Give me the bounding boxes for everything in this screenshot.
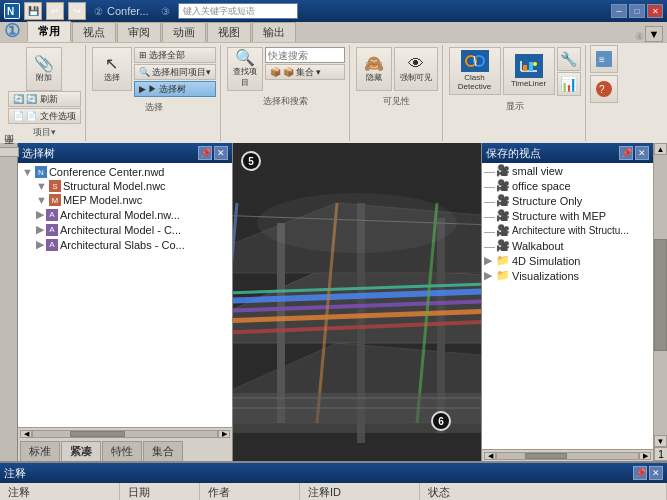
view-item-6[interactable]: ▶ 📁 4D Simulation [482,253,653,268]
clash-detective-btn[interactable]: ClashDetective [449,47,501,95]
tree-label-3: Architectural Model.nw... [60,209,180,221]
search-placeholder: 键入关键字或短语 [183,5,255,18]
right-close-btn[interactable]: ✕ [635,146,649,160]
search-area: 📦 📦 集合 ▾ [265,47,345,80]
quick-save-btn[interactable]: 💾 [24,2,42,20]
tree-scrollbar-h[interactable]: ◀ ▶ [18,427,232,439]
viewport: 5 6 [233,143,481,461]
left-panel: 选择树 📌 ✕ ▼ N Conference Center.nwd ▼ S St… [18,143,233,461]
bottom-panel: 注释 📌 ✕ 注释 日期 作者 注释ID 状态 [0,461,667,500]
nwc-icon-1: S [49,180,61,192]
tree-label-0: Conference Center.nwd [49,166,165,178]
bottom-close-btn[interactable]: ✕ [649,466,663,480]
attach-icon: 📎 [34,56,54,72]
scrollbar-thumb[interactable] [70,431,125,437]
panel-pin-btn[interactable]: 📌 [198,146,212,160]
required-visible-btn[interactable]: 👁 强制可见 [394,47,438,91]
quick-undo-btn[interactable]: ↩ [46,2,64,20]
select-tree-btn[interactable]: ▶ ▶ 选择树 [134,81,216,97]
tree-item-2[interactable]: ▼ M MEP Model.nwc [20,193,230,207]
hide-btn[interactable]: 🙈 隐藏 [356,47,392,91]
tree-expand-4: ▶ [36,223,44,236]
right-scroll-left[interactable]: ◀ [484,452,496,460]
set-btn[interactable]: 📦 📦 集合 ▾ [265,64,345,80]
extra-tool-1[interactable]: ≡ [590,45,618,73]
maximize-btn[interactable]: □ [629,4,645,18]
ribbon-group-find: 🔍 查找项目 📦 📦 集合 ▾ 选择和搜索 [223,45,350,141]
panel-title: 选择树 [22,146,55,161]
sv-thumb[interactable] [654,239,667,351]
select-same-btn[interactable]: 🔍 选择相同项目▾ [134,64,216,80]
svg-point-39 [257,193,457,253]
tool-btn-1[interactable]: 🔧 [557,47,581,71]
ribbon-tabs: ① 常用 视点 审阅 动画 视图 输出 ④ ▼ [0,22,667,42]
tab-properties[interactable]: 特性 [102,441,142,461]
svg-text:≡: ≡ [599,54,605,65]
scroll-left-btn[interactable]: ◀ [20,430,32,438]
minimize-btn[interactable]: ─ [611,4,627,18]
tree-item-0[interactable]: ▼ N Conference Center.nwd [20,165,230,179]
attach-btns: 📎 附加 [26,47,62,91]
view-icon-2: 🎥 [496,194,510,207]
display-group-label: 显示 [506,100,524,113]
timeliner-btn[interactable]: TimeLiner [503,47,555,95]
right-pin-btn[interactable]: 📌 [619,146,633,160]
view-icon-1: 🎥 [496,179,510,192]
right-scroll-right[interactable]: ▶ [639,452,651,460]
search-input[interactable] [265,47,345,63]
view-item-2[interactable]: — 🎥 Structure Only [482,193,653,208]
select-group-label: 选择 [145,101,163,114]
scroll-right-btn[interactable]: ▶ [218,430,230,438]
tab-animation[interactable]: 动画 [162,22,206,42]
app-icon: N [4,3,20,19]
panel-close-btn[interactable]: ✕ [214,146,228,160]
tree-item-5[interactable]: ▶ A Architectural Slabs - Co... [20,237,230,252]
sv-up-btn[interactable]: ▲ [654,143,667,155]
right-scrollbar-thumb[interactable] [525,453,567,459]
panel-tabs: 标准 紧凑 特性 集合 [18,439,232,461]
project-sub-btns: 🔄 🔄 刷新 📄 📄 文件选项 [8,91,81,124]
refresh-button[interactable]: 🔄 🔄 刷新 [8,91,81,107]
side-tab-plan[interactable]: 平面 [0,147,19,157]
view-item-0[interactable]: — 🎥 small view [482,163,653,178]
sv-down-btn[interactable]: ▼ [654,435,667,447]
view-item-7[interactable]: ▶ 📁 Visualizations [482,268,653,283]
tab-review[interactable]: 审阅 [117,22,161,42]
view-icon-6: 📁 [496,254,510,267]
tab-sets[interactable]: 集合 [143,441,183,461]
tab-standard[interactable]: 标准 [20,441,60,461]
title-bar: N 💾 ↩ ↪ ② Confer... ③ 键入关键字或短语 ─ □ ✕ [0,0,667,22]
close-btn[interactable]: ✕ [647,4,663,18]
tab-compact[interactable]: 紧凑 [61,441,101,461]
tool-btn-2[interactable]: 📊 [557,72,581,96]
tree-item-3[interactable]: ▶ A Architectural Model.nw... [20,207,230,222]
tab-common[interactable]: 常用 [27,21,71,42]
bottom-pin-btn[interactable]: 📌 [633,466,647,480]
view-item-4[interactable]: — 🎥 Architecture with Structu... [482,223,653,238]
attach-button[interactable]: 📎 附加 [26,47,62,91]
options-button[interactable]: 📄 📄 文件选项 [8,108,81,124]
tree-area: ▼ N Conference Center.nwd ▼ S Structural… [18,163,232,427]
right-panel-btns: 📌 ✕ [619,146,649,160]
attach-group-label: 项目▾ [33,126,56,139]
view-item-5[interactable]: — 🎥 Walkabout [482,238,653,253]
extra-tool-2[interactable]: ? [590,75,618,103]
col-author: 作者 [200,483,300,500]
right-scrollbar-h[interactable]: ◀ ▶ [482,449,653,461]
select-all-btn[interactable]: ⊞ 选择全部 [134,47,216,63]
tree-item-1[interactable]: ▼ S Structural Model.nwc [20,179,230,193]
view-item-1[interactable]: — 🎥 office space [482,178,653,193]
ribbon-collapse-btn[interactable]: ▼ [645,26,663,42]
quick-redo-btn[interactable]: ↪ [68,2,86,20]
app-logo: ① [4,20,24,42]
tab-view[interactable]: 视图 [207,22,251,42]
view-item-3[interactable]: — 🎥 Structure with MEP [482,208,653,223]
view-icon-3: 🎥 [496,209,510,222]
tab-output[interactable]: 输出 [252,22,296,42]
select-mode-btn[interactable]: ↖ 选择 [92,47,132,91]
tab-viewpoint[interactable]: 视点 [72,22,116,42]
find-item-btn[interactable]: 🔍 查找项目 [227,47,263,91]
tree-label-4: Architectural Model - C... [60,224,181,236]
visibility-group-label: 可见性 [383,95,410,108]
tree-item-4[interactable]: ▶ A Architectural Model - C... [20,222,230,237]
